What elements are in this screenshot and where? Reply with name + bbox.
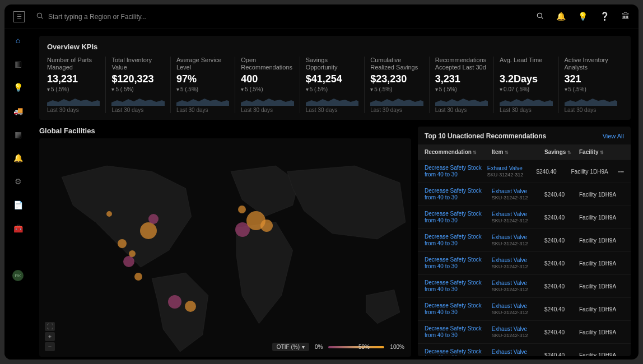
savings-value: $240.40 [544, 352, 579, 357]
recommendation-link[interactable]: Decrease Safety Stock from 40 to 30 [425, 234, 492, 247]
item-link[interactable]: Exhaust Valve [492, 257, 544, 264]
kpi-value: 13,231 [47, 73, 100, 85]
recommendation-link[interactable]: Decrease Safety Stock from 40 to 30 [425, 325, 492, 339]
kpi-label: Cumulative Realized Savings [370, 57, 423, 72]
sidebar-truck-icon[interactable]: 🚚 [13, 106, 22, 115]
recommendation-link[interactable]: Decrease Safety Stock from 40 to 30 [425, 165, 487, 178]
item-link[interactable]: Exhaust Valve [492, 188, 544, 195]
legend-mid: 50% [358, 344, 370, 350]
item-link[interactable]: Exhaust Valve [492, 326, 544, 333]
world-map[interactable]: ⛶ + − OTIF (%) ▾ 0% 50% 100% [39, 138, 411, 357]
col-header-item[interactable]: Item [492, 149, 544, 155]
table-row[interactable]: Decrease Safety Stock from 40 to 30 Exha… [418, 343, 631, 356]
sidebar-inventory-icon[interactable]: ▥ [13, 59, 22, 68]
zoom-in-button[interactable]: + [45, 332, 55, 341]
savings-value: $240.40 [544, 283, 579, 290]
kpi-footer: Last 30 days [565, 107, 617, 113]
sidebar-insight-icon[interactable]: 💡 [13, 83, 22, 92]
savings-value: $240.40 [544, 329, 579, 335]
item-sku: SKU-31242-312 [492, 356, 544, 356]
kpi-footer: Last 30 days [111, 107, 164, 113]
bulb-icon[interactable]: 💡 [578, 12, 588, 21]
recommendation-link[interactable]: Decrease Safety Stock from 40 to 30 [425, 348, 492, 356]
kpi-card: Number of Parts Managed 13,231 5 (.5%) L… [47, 57, 105, 113]
view-all-link[interactable]: View All [603, 133, 624, 139]
user-avatar[interactable]: RK [12, 270, 24, 281]
kpi-value: $120,323 [111, 73, 164, 85]
facility-value: Facility 1DH9A [579, 214, 624, 221]
savings-value: $240.40 [544, 260, 579, 267]
recommendation-link[interactable]: Decrease Safety Stock from 40 to 30 [425, 302, 492, 316]
item-link[interactable]: Exhaust Valve [492, 280, 544, 287]
recommendation-link[interactable]: Decrease Safety Stock from 40 to 30 [425, 211, 492, 224]
kpi-card: Cumulative Realized Savings $23,230 5 (.… [364, 57, 428, 113]
notifications-icon[interactable]: 🔔 [556, 12, 566, 21]
item-link[interactable]: Exhaust Valve [487, 165, 537, 172]
kpi-card: Active Inventory Analysts 321 5 (.5%) La… [558, 57, 623, 113]
table-row[interactable]: Decrease Safety Stock from 40 to 30 Exha… [418, 183, 631, 206]
table-row[interactable]: Decrease Safety Stock from 40 to 30 Exha… [418, 320, 631, 343]
table-row[interactable]: Decrease Safety Stock from 40 to 30 Exha… [418, 228, 631, 251]
facility-value: Facility 1DH9A [571, 169, 616, 175]
kpi-footer: Last 30 days [370, 107, 423, 113]
table-row[interactable]: Decrease Safety Stock from 40 to 30 Exha… [418, 251, 631, 274]
savings-value: $240.40 [544, 192, 579, 198]
kpi-label: Savings Opportunity [306, 57, 358, 72]
sidebar-grid-icon[interactable]: ▦ [13, 130, 22, 139]
app-logo-icon[interactable]: ☰ [13, 11, 25, 22]
kpi-footer: Last 30 days [435, 107, 488, 113]
apps-icon[interactable]: 🏛 [622, 12, 630, 21]
kpi-value: 97% [176, 73, 229, 85]
kpi-value: $23,230 [370, 73, 423, 85]
item-sku: SKU-31242-312 [492, 264, 544, 269]
facility-value: Facility 1DH9A [579, 192, 624, 198]
kpi-delta: 5 (.5%) [111, 86, 164, 92]
kpi-sparkline [47, 95, 100, 106]
savings-value: $240.40 [536, 169, 571, 175]
table-row[interactable]: Decrease Safety Stock from 40 to 30 Exha… [418, 206, 631, 228]
sidebar: ⌂ ▥ 💡 🚚 ▦ 🔔 ⚙ 📄 🧰 RK [4, 29, 31, 360]
table-row[interactable]: Decrease Safety Stock from 40 to 30 Exha… [418, 160, 631, 183]
sidebar-doc-icon[interactable]: 📄 [13, 200, 22, 209]
help-icon[interactable]: ❔ [600, 12, 609, 21]
item-sku: SKU-31242-312 [487, 172, 537, 178]
kpi-card: Savings Opportunity $41,254 5 (.5%) Last… [300, 57, 364, 113]
table-title: Top 10 Unactioned Recommendations [425, 132, 546, 140]
item-sku: SKU-31242-312 [492, 218, 544, 223]
recommendation-link[interactable]: Decrease Safety Stock from 40 to 30 [425, 279, 492, 293]
topbar: ☰ 🔔 💡 ❔ 🏛 [4, 4, 639, 29]
zoom-out-button[interactable]: − [45, 342, 55, 351]
map-title: Global Facilities [39, 127, 411, 135]
col-header-recommendation[interactable]: Recommendation [425, 149, 492, 155]
kpi-value: 321 [565, 73, 617, 85]
search-input[interactable] [48, 13, 216, 21]
item-sku: SKU-31242-312 [492, 287, 544, 292]
table-row[interactable]: Decrease Safety Stock from 40 to 30 Exha… [418, 297, 631, 320]
fullscreen-button[interactable]: ⛶ [45, 322, 55, 331]
item-link[interactable]: Exhaust Valve [492, 234, 544, 241]
table-row[interactable]: Decrease Safety Stock from 40 to 30 Exha… [418, 274, 631, 297]
item-link[interactable]: Exhaust Valve [492, 303, 544, 310]
sidebar-alert-icon[interactable]: 🔔 [13, 153, 22, 162]
recommendation-link[interactable]: Decrease Safety Stock from 40 to 30 [425, 256, 492, 270]
map-metric-dropdown[interactable]: OTIF (%) ▾ [272, 343, 309, 351]
kpi-footer: Last 30 days [306, 107, 358, 113]
item-link[interactable]: Exhaust Valve [492, 349, 544, 356]
kpi-footer: Last 30 days [241, 107, 293, 113]
sidebar-box-icon[interactable]: 🧰 [13, 224, 22, 233]
kpi-delta: 5 (.5%) [370, 86, 423, 92]
row-actions-icon[interactable]: ••• [618, 169, 624, 175]
sidebar-settings-icon[interactable]: ⚙ [13, 177, 22, 186]
kpi-sparkline [435, 95, 488, 106]
kpi-sparkline [306, 95, 358, 106]
kpi-delta: 5 (.5%) [47, 86, 100, 92]
map-legend: OTIF (%) ▾ 0% 50% 100% [272, 343, 404, 351]
col-header-facility[interactable]: Facility [579, 149, 624, 155]
kpi-delta: 0.07 (.5%) [500, 86, 552, 92]
recommendation-link[interactable]: Decrease Safety Stock from 40 to 30 [425, 188, 492, 201]
kpi-value: 400 [241, 73, 293, 85]
col-header-savings[interactable]: Savings [544, 149, 579, 155]
item-link[interactable]: Exhaust Valve [492, 211, 544, 218]
sidebar-home-icon[interactable]: ⌂ [13, 36, 22, 45]
header-search-icon[interactable] [536, 12, 544, 21]
